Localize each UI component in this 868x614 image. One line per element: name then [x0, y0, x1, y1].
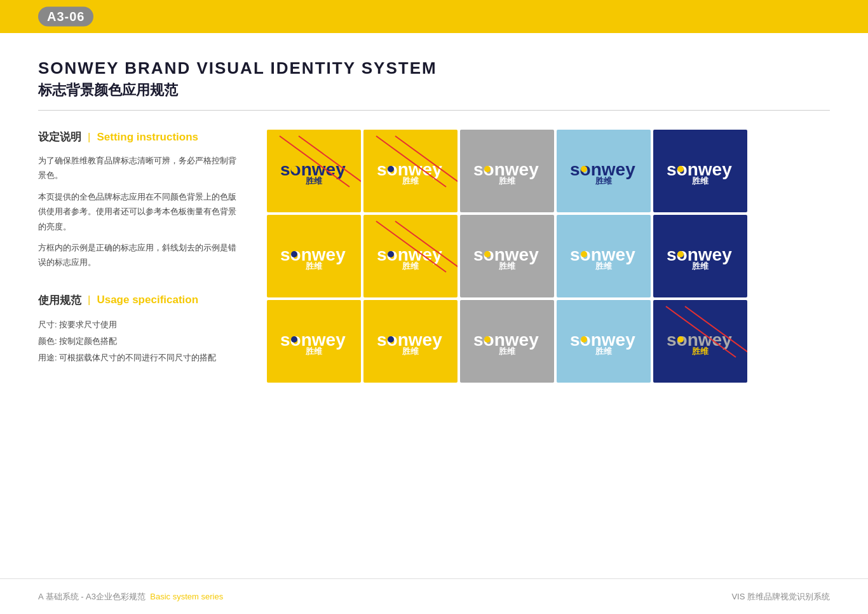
- usage-item-2: 颜色: 按制定颜色搭配: [38, 333, 241, 350]
- svg-point-33: [581, 336, 587, 343]
- svg-point-17: [388, 251, 394, 257]
- svg-point-11: [581, 166, 587, 172]
- logo-cell-1-0: sonwey胜维: [267, 215, 361, 297]
- logo-cell-2-0: sonwey胜维: [267, 300, 361, 383]
- usage-title-en: Usage specification: [97, 294, 198, 306]
- footer-right: VIS 胜维品牌视觉识别系统: [731, 591, 830, 603]
- desc2: 本页提供的全色品牌标志应用在不同颜色背景上的色版供使用者参考。使用者还可以参考本…: [38, 189, 241, 234]
- logo-cell-1-1: sonwey胜维: [363, 215, 458, 297]
- footer-left: A 基础系统 - A3企业色彩规范 Basic system series: [38, 591, 223, 603]
- logo-row-2: sonwey胜维sonwey胜维sonwey胜维sonwey胜维sonwey胜维: [267, 300, 830, 383]
- usage-item-1: 尺寸: 按要求尺寸使用: [38, 317, 241, 333]
- svg-point-35: [677, 336, 684, 343]
- svg-point-15: [291, 251, 297, 257]
- logo-cell-2-2: sonwey胜维: [460, 300, 554, 383]
- svg-point-13: [677, 166, 684, 172]
- main-content: SONWEY BRAND VISUAL IDENTITY SYSTEM 标志背景…: [0, 33, 868, 576]
- left-panel: 设定说明 | Setting instructions 为了确保胜维教育品牌标志…: [38, 130, 241, 366]
- svg-point-23: [581, 251, 587, 257]
- desc3: 方框内的示例是正确的标志应用，斜线划去的示例是错误的标志应用。: [38, 240, 241, 270]
- right-panel: sonwey胜维sonwey胜维sonwey胜维sonwey胜维sonwey胜维…: [267, 130, 830, 383]
- svg-point-9: [484, 166, 491, 172]
- main-layout: 设定说明 | Setting instructions 为了确保胜维教育品牌标志…: [38, 130, 830, 383]
- usage-heading: 使用规范 | Usage specification: [38, 293, 241, 308]
- logo-cell-2-4: sonwey胜维: [653, 300, 747, 383]
- usage-list: 尺寸: 按要求尺寸使用 颜色: 按制定颜色搭配 用途: 可根据载体尺寸的不同进行…: [38, 317, 241, 366]
- heading-divider: |: [88, 131, 90, 144]
- svg-point-21: [484, 251, 491, 257]
- logo-cell-0-0: sonwey胜维: [267, 130, 361, 212]
- usage-section: 使用规范 | Usage specification 尺寸: 按要求尺寸使用 颜…: [38, 293, 241, 366]
- logo-row-0: sonwey胜维sonwey胜维sonwey胜维sonwey胜维sonwey胜维: [267, 130, 830, 212]
- logo-cell-0-4: sonwey胜维: [653, 130, 747, 212]
- usage-title-cn: 使用规范: [38, 293, 81, 308]
- svg-point-29: [388, 336, 394, 343]
- svg-point-27: [291, 336, 297, 343]
- svg-point-5: [388, 166, 394, 172]
- logo-cell-0-1: sonwey胜维: [363, 130, 458, 212]
- desc1: 为了确保胜维教育品牌标志清晰可辨，务必严格控制背景色。: [38, 153, 241, 183]
- usage-item-3: 用途: 可根据载体尺寸的不同进行不同尺寸的搭配: [38, 350, 241, 366]
- logo-cell-1-4: sonwey胜维: [653, 215, 747, 297]
- top-bar: A3-06: [0, 0, 868, 33]
- setting-title-en: Setting instructions: [97, 131, 198, 144]
- usage-divider: |: [88, 294, 90, 306]
- title-divider: [38, 110, 830, 111]
- page-title-en: SONWEY BRAND VISUAL IDENTITY SYSTEM: [38, 58, 830, 78]
- logo-grid: sonwey胜维sonwey胜维sonwey胜维sonwey胜维sonwey胜维…: [267, 130, 830, 383]
- logo-cell-1-3: sonwey胜维: [557, 215, 651, 297]
- page-badge: A3-06: [38, 7, 93, 27]
- svg-point-1: [291, 166, 297, 172]
- setting-heading: 设定说明 | Setting instructions: [38, 130, 241, 144]
- setting-title-cn: 设定说明: [38, 130, 81, 144]
- footer: A 基础系统 - A3企业色彩规范 Basic system series VI…: [0, 578, 868, 614]
- logo-cell-2-1: sonwey胜维: [363, 300, 458, 383]
- logo-cell-0-2: sonwey胜维: [460, 130, 554, 212]
- logo-cell-1-2: sonwey胜维: [460, 215, 554, 297]
- logo-row-1: sonwey胜维sonwey胜维sonwey胜维sonwey胜维sonwey胜维: [267, 215, 830, 297]
- svg-point-25: [677, 251, 684, 257]
- logo-cell-0-3: sonwey胜维: [557, 130, 651, 212]
- logo-cell-2-3: sonwey胜维: [557, 300, 651, 383]
- page-title-cn: 标志背景颜色应用规范: [38, 81, 830, 100]
- svg-point-31: [484, 336, 491, 343]
